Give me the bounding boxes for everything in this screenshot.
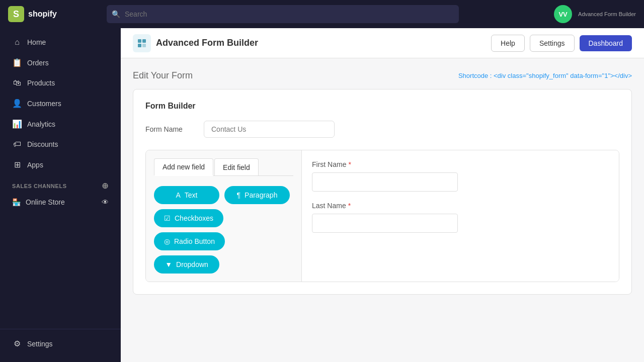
field-btn-checkboxes[interactable]: ☑ Checkboxes bbox=[154, 209, 223, 227]
sidebar-item-apps[interactable]: ⊞ Apps bbox=[4, 155, 117, 174]
field-btn-dropdown[interactable]: ▼ Dropdown bbox=[154, 255, 219, 274]
svg-rect-2 bbox=[138, 44, 141, 47]
shopify-logo-icon: S bbox=[8, 6, 24, 22]
sidebar-item-settings-label: Settings bbox=[27, 340, 53, 348]
shopify-logo: S shopify bbox=[8, 6, 99, 22]
search-input[interactable] bbox=[107, 5, 459, 23]
sidebar-item-apps-label: Apps bbox=[27, 161, 43, 169]
app-icon-box bbox=[133, 34, 151, 52]
checkboxes-field-icon: ☑ bbox=[164, 214, 171, 222]
form-name-input[interactable] bbox=[204, 121, 335, 138]
first-name-input[interactable] bbox=[312, 172, 458, 192]
topbar-right: VV Advanced Form Builder bbox=[554, 5, 636, 23]
field-btn-text[interactable]: A Text bbox=[154, 186, 219, 204]
content: Edit Your Form Shortcode : <div class="s… bbox=[121, 58, 644, 362]
first-name-field-group: First Name * bbox=[312, 160, 609, 192]
form-body: Add new field Edit field A Text ¶ Paragr… bbox=[145, 150, 619, 282]
dropdown-field-icon: ▼ bbox=[165, 260, 172, 268]
text-field-icon: A bbox=[176, 191, 180, 199]
sidebar-item-home-label: Home bbox=[27, 38, 46, 46]
last-name-label: Last Name * bbox=[312, 202, 609, 210]
field-btn-paragraph[interactable]: ¶ Paragraph bbox=[224, 186, 290, 204]
field-btn-radio[interactable]: ◎ Radio Button bbox=[154, 232, 225, 250]
checkboxes-field-label: Checkboxes bbox=[175, 214, 213, 222]
add-sales-channel-icon[interactable]: ⊕ bbox=[102, 181, 109, 191]
home-icon: ⌂ bbox=[12, 38, 22, 47]
last-name-required-star: * bbox=[348, 202, 351, 210]
main: Advanced Form Builder Help Settings Dash… bbox=[121, 28, 644, 362]
avatar[interactable]: VV bbox=[554, 5, 572, 23]
online-store-left: 🏪 Online Store bbox=[12, 198, 65, 206]
products-icon: 🛍 bbox=[12, 78, 22, 87]
first-name-required-star: * bbox=[348, 160, 351, 168]
app-header-left: Advanced Form Builder bbox=[133, 34, 258, 52]
sidebar: ⌂ Home 📋 Orders 🛍 Products 👤 Customers 📊… bbox=[0, 28, 121, 362]
app-title: Advanced Form Builder bbox=[156, 38, 258, 48]
sidebar-item-discounts[interactable]: 🏷 Discounts bbox=[4, 135, 117, 154]
left-panel: Add new field Edit field A Text ¶ Paragr… bbox=[146, 150, 302, 282]
sidebar-item-analytics[interactable]: 📊 Analytics bbox=[4, 114, 117, 134]
app-header: Advanced Form Builder Help Settings Dash… bbox=[121, 28, 644, 58]
sidebar-bottom: ⚙ Settings bbox=[0, 329, 121, 358]
paragraph-field-icon: ¶ bbox=[237, 191, 241, 199]
online-store-icon: 🏪 bbox=[12, 198, 21, 206]
sales-channels-section: SALES CHANNELS ⊕ bbox=[0, 175, 121, 193]
search-icon: 🔍 bbox=[112, 10, 120, 18]
radio-field-label: Radio Button bbox=[174, 237, 215, 245]
customers-icon: 👤 bbox=[12, 99, 22, 108]
form-title-row: Edit Your Form Shortcode : <div class="s… bbox=[133, 70, 632, 81]
sidebar-item-products[interactable]: 🛍 Products bbox=[4, 73, 117, 93]
settings-button[interactable]: Settings bbox=[530, 35, 575, 52]
form-builder-title: Form Builder bbox=[145, 102, 619, 111]
sidebar-item-customers[interactable]: 👤 Customers bbox=[4, 94, 117, 113]
sidebar-item-online-store-label: Online Store bbox=[26, 198, 65, 206]
orders-icon: 📋 bbox=[12, 58, 22, 67]
dropdown-field-label: Dropdown bbox=[176, 260, 208, 268]
form-name-row: Form Name bbox=[145, 121, 619, 138]
sidebar-item-settings[interactable]: ⚙ Settings bbox=[4, 334, 117, 353]
analytics-icon: 📊 bbox=[12, 119, 22, 129]
form-name-label: Form Name bbox=[145, 125, 196, 133]
sidebar-item-home[interactable]: ⌂ Home bbox=[4, 33, 117, 52]
field-buttons: A Text ¶ Paragraph ☑ Checkboxes bbox=[154, 186, 293, 274]
right-panel: First Name * Last Name * bbox=[302, 150, 619, 282]
sidebar-item-discounts-label: Discounts bbox=[27, 140, 58, 148]
sidebar-item-customers-label: Customers bbox=[27, 100, 61, 108]
dashboard-button[interactable]: Dashboard bbox=[580, 35, 632, 51]
app-header-right: Help Settings Dashboard bbox=[491, 35, 632, 52]
topbar: S shopify 🔍 VV Advanced Form Builder bbox=[0, 0, 644, 28]
sidebar-item-online-store[interactable]: 🏪 Online Store 👁 bbox=[4, 193, 117, 211]
sales-channels-label: SALES CHANNELS bbox=[12, 183, 67, 189]
last-name-input[interactable] bbox=[312, 214, 458, 233]
first-name-label: First Name * bbox=[312, 160, 609, 168]
sidebar-item-orders-label: Orders bbox=[27, 59, 49, 67]
discounts-icon: 🏷 bbox=[12, 140, 22, 149]
form-card: Form Builder Form Name Add new field Edi… bbox=[133, 89, 632, 295]
online-store-eye-icon[interactable]: 👁 bbox=[102, 198, 109, 206]
help-button[interactable]: Help bbox=[491, 35, 525, 52]
tab-edit-field[interactable]: Edit field bbox=[214, 158, 259, 175]
topbar-app-name-label: Advanced Form Builder bbox=[578, 11, 636, 18]
last-name-field-group: Last Name * bbox=[312, 202, 609, 233]
tab-add-new-field[interactable]: Add new field bbox=[154, 158, 213, 176]
tabs-row: Add new field Edit field bbox=[154, 158, 293, 176]
sidebar-item-products-label: Products bbox=[27, 79, 55, 87]
sidebar-item-orders[interactable]: 📋 Orders bbox=[4, 53, 117, 72]
form-title: Edit Your Form bbox=[133, 70, 193, 81]
settings-icon: ⚙ bbox=[12, 339, 22, 348]
svg-rect-1 bbox=[142, 39, 146, 43]
layout: ⌂ Home 📋 Orders 🛍 Products 👤 Customers 📊… bbox=[0, 28, 644, 362]
svg-rect-0 bbox=[138, 39, 141, 43]
search-bar[interactable]: 🔍 bbox=[107, 5, 459, 23]
svg-rect-3 bbox=[142, 44, 146, 47]
shopify-wordmark: shopify bbox=[28, 10, 57, 19]
shortcode: Shortcode : <div class="shopify_form" da… bbox=[458, 72, 632, 79]
topbar-app-name: Advanced Form Builder bbox=[578, 11, 636, 18]
text-field-label: Text bbox=[185, 191, 198, 199]
radio-field-icon: ◎ bbox=[164, 237, 170, 245]
apps-icon: ⊞ bbox=[12, 160, 22, 169]
sidebar-item-analytics-label: Analytics bbox=[27, 120, 55, 128]
paragraph-field-label: Paragraph bbox=[245, 191, 277, 199]
